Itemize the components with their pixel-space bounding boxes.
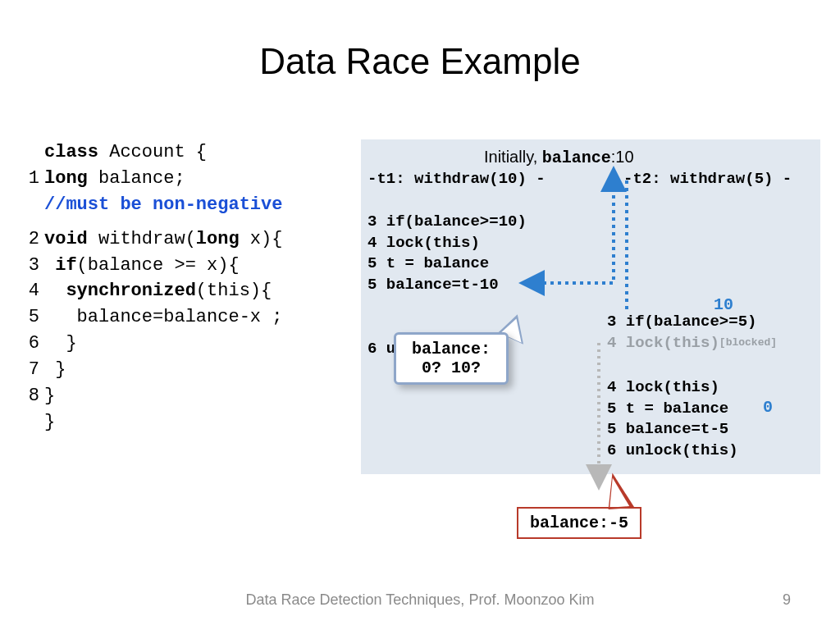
lineno: 8 <box>25 383 39 409</box>
callout-line1: balance: <box>408 340 495 358</box>
code-text: withdraw( <box>88 229 196 249</box>
code-text: } <box>66 333 76 354</box>
trace-line: 5 t = balance <box>368 253 527 275</box>
thread2-block-top: 3 if(balance>=5) 4 lock(this)[blocked] <box>607 312 777 354</box>
execution-panel: Initially, balance:10 -t1: withdraw(10) … <box>361 139 820 474</box>
lineno: 7 <box>25 357 39 383</box>
blocked-tag: [blocked] <box>719 336 777 349</box>
thread2-header: -t2: withdraw(5) - <box>623 169 792 190</box>
page-number: 9 <box>783 591 791 609</box>
callout-line2: 0? 10? <box>408 358 495 377</box>
trace-line: 4 lock(this) <box>607 377 738 399</box>
code-text: (this){ <box>196 281 272 301</box>
kw-if: if <box>55 255 76 276</box>
init-suffix: :10 <box>611 148 634 166</box>
trace-line: 5 balance=t-10 <box>368 275 527 296</box>
kw-long2: long <box>196 229 240 249</box>
initial-label: Initially, balance:10 <box>484 146 634 169</box>
lineno: 6 <box>25 331 39 357</box>
code-text: x){ <box>240 229 283 249</box>
trace-line: 5 t = balance <box>607 399 738 420</box>
footer-text: Data Race Detection Techniques, Prof. Mo… <box>0 591 840 609</box>
kw-long: long <box>44 168 88 189</box>
annotation-10: 10 <box>714 294 733 316</box>
trace-line-blocked: 4 lock(this)[blocked] <box>607 333 777 354</box>
code-text: balance=balance-x ; <box>77 307 283 327</box>
lineno: 5 <box>25 304 39 331</box>
slide: Data Race Example class Account { 1long … <box>0 0 840 630</box>
trace-line: 3 if(balance>=5) <box>607 312 777 333</box>
lineno: 1 <box>25 166 39 192</box>
red-callout-tail-inner-icon <box>608 477 629 508</box>
code-comment: //must be non-negative <box>44 194 282 215</box>
code-text: } <box>44 412 55 432</box>
lineno: 4 <box>25 278 39 304</box>
lineno: 3 <box>25 253 39 279</box>
kw-void: void <box>44 229 88 249</box>
annotation-0: 0 <box>763 396 773 418</box>
init-bal: balance <box>542 148 611 167</box>
balance-callout: balance: 0? 10? <box>394 332 509 385</box>
thread1-header: -t1: withdraw(10) - <box>368 169 546 190</box>
code-text: balance; <box>88 168 185 189</box>
init-prefix: Initially, <box>484 148 542 166</box>
lineno: 2 <box>25 226 39 253</box>
kw-sync: synchronized <box>66 281 195 301</box>
balance-result-box: balance:-5 <box>517 507 641 539</box>
trace-line: 5 balance=t-5 <box>607 419 738 441</box>
code-text: } <box>55 359 66 380</box>
code-text: Account { <box>98 142 207 162</box>
trace-line: 3 if(balance>=10) <box>368 212 527 233</box>
kw-class: class <box>44 142 98 162</box>
code-listing: class Account { 1long balance; //must be… <box>25 139 282 436</box>
trace-line: 6 unlock(this) <box>607 441 738 462</box>
trace-line: 4 lock(this) <box>368 233 527 254</box>
slide-title: Data Race Example <box>0 0 840 82</box>
thread2-block-bottom: 4 lock(this) 5 t = balance 5 balance=t-5… <box>607 377 738 462</box>
code-text: } <box>44 386 55 406</box>
code-text: (balance >= x){ <box>77 255 240 276</box>
